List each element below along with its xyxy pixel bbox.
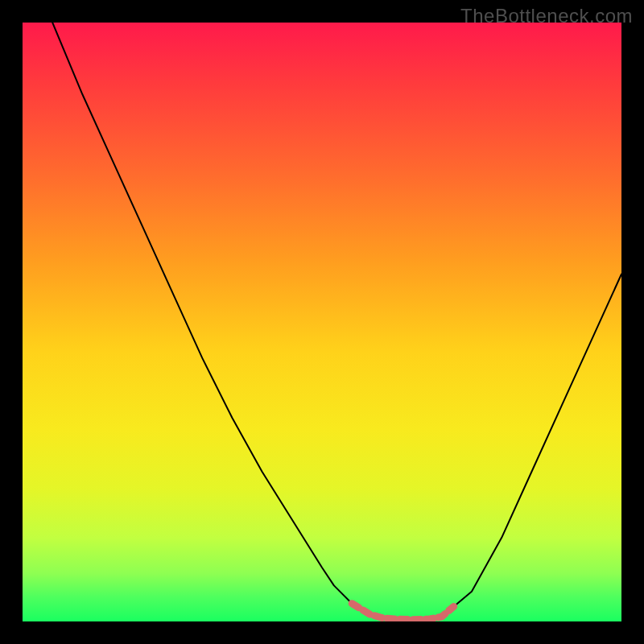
curve-svg <box>23 23 621 621</box>
low-zone-highlight <box>352 604 453 620</box>
bottleneck-curve <box>23 23 621 620</box>
plot-area <box>23 23 621 621</box>
watermark-text: TheBottleneck.com <box>460 5 633 27</box>
chart-container: TheBottleneck.com <box>0 0 644 644</box>
